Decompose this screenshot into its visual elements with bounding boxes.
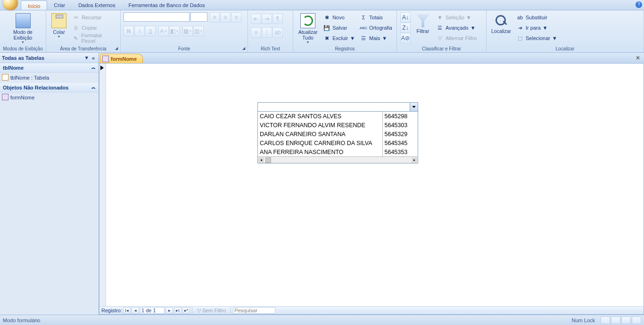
- first-record-button[interactable]: I◂: [123, 307, 131, 314]
- document-tabs: formNome ✕: [99, 53, 644, 63]
- office-button[interactable]: [0, 0, 21, 10]
- nav-item-formnome[interactable]: formNome: [0, 92, 99, 103]
- increase-indent-button[interactable]: ⇥: [262, 14, 272, 24]
- scroll-thumb[interactable]: [265, 157, 271, 163]
- fill-color-button[interactable]: ◧▼: [169, 26, 180, 36]
- clear-sort-button[interactable]: A⊘: [400, 33, 411, 43]
- document-tab-close-button[interactable]: ✕: [635, 55, 641, 61]
- refresh-icon: [300, 13, 315, 28]
- record-position-box[interactable]: 1 de 1: [140, 307, 165, 314]
- combo-dropdown-button[interactable]: [410, 103, 418, 111]
- sort-desc-button[interactable]: Z↓: [400, 23, 411, 33]
- advanced-filter-button[interactable]: ☰Avançado ▼: [435, 23, 478, 33]
- highlight-button[interactable]: ab: [272, 27, 283, 38]
- ribbon-tabs: Início Criar Dados Externos Ferramentas …: [0, 0, 644, 10]
- doc-tab-label: formNome: [111, 56, 137, 62]
- help-button[interactable]: ?: [636, 1, 642, 8]
- clipboard-launcher[interactable]: ◢: [114, 46, 119, 52]
- toggle-filter-button[interactable]: ▽Alternar Filtro: [435, 33, 478, 43]
- bullets-button[interactable]: ⋮: [262, 27, 272, 38]
- scroll-right-button[interactable]: ▸: [412, 157, 417, 163]
- sigma-icon: Σ: [360, 14, 367, 21]
- more-button[interactable]: ☰Mais ▼: [358, 33, 394, 43]
- view-mode-button[interactable]: Modo de Exibição ▼: [3, 12, 43, 45]
- replace-label: Substituir: [526, 15, 547, 20]
- font-launcher[interactable]: ◢: [241, 46, 247, 52]
- tab-create[interactable]: Criar: [47, 0, 72, 10]
- bold-button[interactable]: N: [124, 26, 134, 36]
- combo-list-row[interactable]: DARLAN CARNEIRO SANTANA5645329: [258, 130, 418, 138]
- sort-asc-button[interactable]: A↓: [400, 12, 411, 23]
- combo-row-code: 5645353: [382, 147, 418, 156]
- new-record-button[interactable]: ✱Novo: [322, 12, 356, 23]
- font-size-combo[interactable]: [190, 12, 207, 22]
- totals-button[interactable]: ΣTotais: [358, 12, 394, 23]
- last-record-button[interactable]: ▸I: [174, 307, 182, 314]
- save-record-button[interactable]: 💾Salvar: [322, 23, 356, 33]
- nav-group-unrelated[interactable]: Objetos Não Relacionados ︽: [0, 83, 99, 92]
- paste-button[interactable]: Colar ▼: [49, 12, 69, 39]
- selection-filter-button[interactable]: ▼Seleção ▼: [435, 12, 478, 23]
- group-find-label: Localizar: [487, 45, 644, 52]
- combo-row-name: ANA FERREIRA NASCIMENTO: [258, 147, 382, 156]
- combo-list-row[interactable]: VICTOR FERNANDO ALVIM RESENDE5645303: [258, 121, 418, 130]
- nav-group2-collapse[interactable]: ︽: [91, 84, 96, 90]
- copy-button[interactable]: ⎘Copiar: [71, 23, 117, 33]
- combo-row-code: 5645298: [382, 112, 418, 121]
- scissors-icon: ✂: [72, 14, 80, 21]
- design-view-button[interactable]: [632, 317, 641, 324]
- painter-label: Formatar Pincel: [81, 32, 116, 44]
- nav-collapse-button[interactable]: «: [90, 55, 97, 61]
- prev-record-button[interactable]: ◂: [132, 307, 139, 314]
- nav-group-tblnome[interactable]: tblNome ︽: [0, 63, 99, 73]
- align-left-button[interactable]: ≡: [209, 12, 220, 23]
- tab-database-tools[interactable]: Ferramentas de Banco de Dados: [122, 0, 211, 10]
- ltr-button[interactable]: ¶: [272, 14, 283, 24]
- tab-home[interactable]: Início: [21, 0, 47, 10]
- numbering-button[interactable]: ≡: [251, 27, 261, 38]
- tab-external-data[interactable]: Dados Externos: [72, 0, 122, 10]
- replace-icon: ab: [516, 14, 524, 21]
- refresh-all-button[interactable]: Atualizar Tudo ▼: [296, 12, 320, 45]
- goto-button[interactable]: ➔Ir para ▼: [515, 23, 559, 33]
- combo-list-row[interactable]: CARLOS ENRIQUE CARNEIRO DA SILVA5645345: [258, 138, 418, 147]
- new-record-nav-button[interactable]: ▸*: [182, 307, 190, 314]
- font-color-button[interactable]: A▼: [158, 26, 169, 36]
- combo-input[interactable]: [258, 103, 410, 111]
- cut-button[interactable]: ✂Recortar: [71, 12, 117, 23]
- spelling-button[interactable]: ABCOrtografia: [358, 23, 394, 33]
- font-family-combo[interactable]: [124, 12, 190, 22]
- combo-list-row[interactable]: CAIO CEZAR SANTOS ALVES5645298: [258, 112, 418, 121]
- nav-pane-header[interactable]: Todas as Tabelas ▾ «: [0, 53, 99, 63]
- align-right-button[interactable]: ≡: [231, 12, 241, 23]
- filter-off-icon: ▽: [197, 308, 201, 314]
- italic-button[interactable]: I: [134, 26, 145, 36]
- underline-button[interactable]: S: [145, 26, 156, 36]
- search-box[interactable]: Pesquisar: [233, 307, 275, 314]
- select-button[interactable]: ⬚Selecionar ▼: [515, 33, 559, 43]
- scroll-left-button[interactable]: ◂: [258, 157, 264, 163]
- nav-dropdown-button[interactable]: ▾: [83, 55, 90, 61]
- spelling-label: Ortografia: [369, 25, 392, 31]
- replace-button[interactable]: abSubstituir: [515, 12, 559, 23]
- combo-list-row[interactable]: ANA FERREIRA NASCIMENTO5645353: [258, 147, 418, 156]
- format-painter-button[interactable]: ✎Formatar Pincel: [71, 33, 117, 43]
- delete-record-button[interactable]: ✖Excluir ▼: [322, 33, 356, 43]
- combo-hscrollbar[interactable]: ◂ ▸: [258, 156, 418, 163]
- nav-group1-collapse[interactable]: ︽: [91, 65, 96, 71]
- filter-button[interactable]: Filtrar: [413, 12, 433, 35]
- nav-item-tblnome-table[interactable]: tblNome : Tabela: [0, 73, 99, 83]
- combo-row-name: VICTOR FERNANDO ALVIM RESENDE: [258, 121, 382, 130]
- find-button[interactable]: Localizar: [489, 12, 513, 35]
- align-center-button[interactable]: ≡: [220, 12, 231, 23]
- layout-view-button[interactable]: [621, 317, 631, 324]
- decrease-indent-button[interactable]: ⇤: [251, 14, 261, 24]
- group-clipboard-label: Área de Transferência: [46, 45, 120, 52]
- gridlines-button[interactable]: ▦▼: [182, 26, 193, 36]
- record-selector[interactable]: [99, 64, 106, 306]
- form-view-button[interactable]: [601, 317, 610, 324]
- alt-row-color-button[interactable]: ▤▼: [193, 26, 204, 36]
- next-record-button[interactable]: ▸: [165, 307, 173, 314]
- datasheet-view-button[interactable]: [611, 317, 620, 324]
- document-tab-formnome[interactable]: formNome: [100, 54, 143, 63]
